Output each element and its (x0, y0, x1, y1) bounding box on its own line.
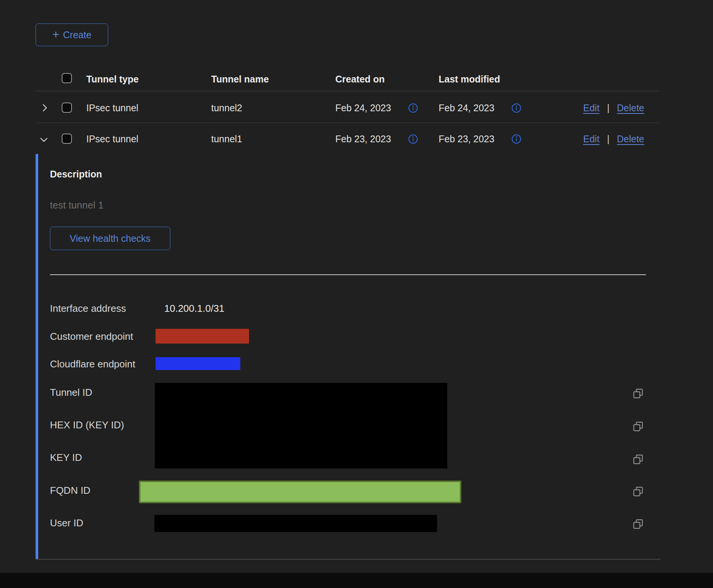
info-icon[interactable] (511, 134, 522, 144)
copy-tunnel-id-icon[interactable] (632, 387, 644, 400)
panel-divider (50, 274, 646, 275)
tunnel-name-cell: tunnel2 (211, 103, 242, 114)
plus-icon: + (52, 29, 59, 40)
copy-hex-id-icon[interactable] (632, 420, 644, 432)
tunnel-type-cell: IPsec tunnel (86, 103, 139, 114)
hex-id-label: HEX ID (KEY ID) (50, 419, 124, 431)
customer-endpoint-redacted-value (156, 329, 249, 344)
tunnels-page: + Create Tunnel type Tunnel name Created… (0, 0, 713, 588)
view-health-checks-label: View health checks (70, 233, 151, 244)
chevron-right-icon[interactable] (39, 103, 50, 113)
cloudflare-endpoint-redacted-value (156, 357, 240, 370)
create-button[interactable]: + Create (36, 23, 108, 46)
description-value: test tunnel 1 (50, 199, 104, 211)
copy-user-id-icon[interactable] (632, 518, 644, 530)
ids-redacted-value (155, 383, 447, 468)
chevron-down-icon[interactable] (39, 134, 49, 145)
expanded-row-indicator-bar (36, 154, 38, 560)
created-on-cell: Feb 23, 2023 (335, 134, 391, 145)
copy-key-id-icon[interactable] (632, 453, 644, 465)
delete-link[interactable]: Delete (617, 134, 644, 145)
fqdn-id-redacted-value (139, 481, 461, 503)
column-header-last-modified: Last modified (439, 74, 500, 85)
info-icon[interactable] (408, 103, 418, 113)
tunnel-name-cell: tunnel1 (211, 134, 242, 145)
interface-address-value: 10.200.1.0/31 (164, 303, 224, 314)
last-modified-cell: Feb 24, 2023 (439, 103, 494, 114)
interface-address-label: Interface address (50, 303, 126, 314)
info-icon[interactable] (408, 134, 418, 144)
select-all-checkbox[interactable] (62, 73, 72, 83)
user-id-redacted-value (154, 515, 437, 532)
row-checkbox[interactable] (62, 103, 72, 113)
last-modified-cell: Feb 23, 2023 (439, 134, 494, 145)
column-header-tunnel-type: Tunnel type (86, 74, 139, 85)
create-button-label: Create (63, 30, 92, 40)
tunnel-id-label: Tunnel ID (50, 387, 92, 398)
user-id-label: User ID (50, 517, 83, 529)
fqdn-id-label: FQDN ID (50, 485, 90, 496)
action-separator: | (607, 103, 610, 114)
info-icon[interactable] (511, 103, 522, 113)
panel-bottom-divider (36, 559, 660, 560)
view-health-checks-button[interactable]: View health checks (50, 227, 170, 250)
description-label: Description (50, 169, 102, 180)
action-separator: | (607, 134, 610, 145)
copy-fqdn-id-icon[interactable] (632, 485, 644, 498)
tunnel-type-cell: IPsec tunnel (86, 134, 139, 145)
row-divider (36, 123, 659, 123)
bottom-edge-band (0, 573, 713, 588)
key-id-label: KEY ID (50, 452, 82, 464)
header-divider (36, 91, 659, 91)
delete-link[interactable]: Delete (617, 103, 644, 114)
edit-link[interactable]: Edit (583, 134, 599, 145)
cloudflare-endpoint-label: Cloudflare endpoint (50, 358, 135, 370)
column-header-created-on: Created on (335, 74, 385, 85)
created-on-cell: Feb 24, 2023 (335, 103, 391, 114)
column-header-tunnel-name: Tunnel name (211, 74, 269, 85)
row-checkbox[interactable] (62, 134, 72, 144)
edit-link[interactable]: Edit (583, 103, 599, 114)
customer-endpoint-label: Customer endpoint (50, 331, 133, 342)
